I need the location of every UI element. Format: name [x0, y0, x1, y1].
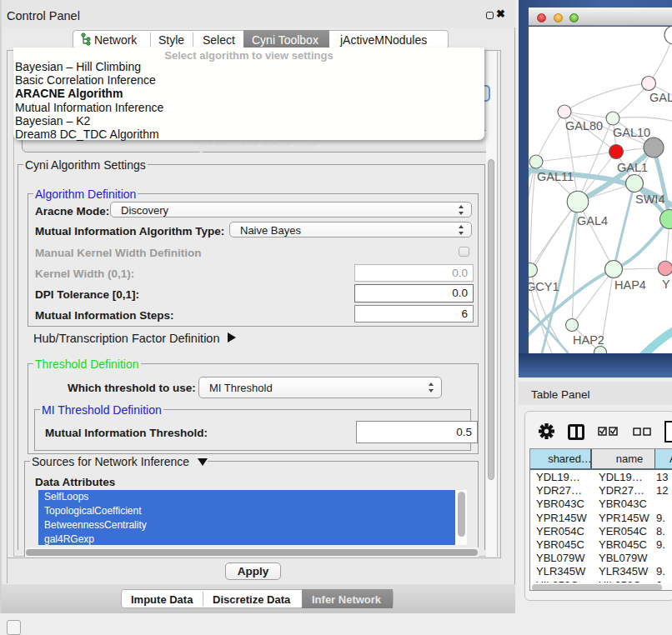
- svg-text:Y: Y: [662, 278, 670, 291]
- svg-text:GAL80: GAL80: [565, 119, 603, 132]
- svg-text:GAL1: GAL1: [617, 161, 648, 174]
- svg-text:SWI4: SWI4: [635, 192, 664, 206]
- svg-text:GAL4: GAL4: [577, 214, 608, 228]
- svg-text:GAL11: GAL11: [537, 170, 574, 183]
- svg-text:GAL10: GAL10: [613, 126, 650, 139]
- svg-text:HAP4: HAP4: [614, 278, 646, 292]
- svg-text:HAP2: HAP2: [573, 333, 604, 347]
- svg-text:GCY1: GCY1: [529, 280, 559, 293]
- svg-text:GAL: GAL: [649, 91, 672, 104]
